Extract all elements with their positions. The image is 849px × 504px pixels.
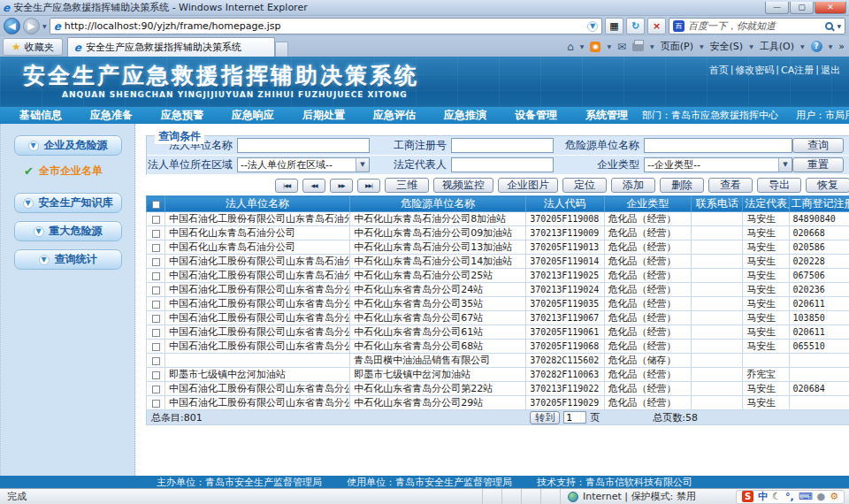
toolbar-button-7[interactable]: 导出: [757, 178, 801, 193]
menu-item-0[interactable]: 基础信息: [5, 108, 76, 123]
row-checkbox[interactable]: [152, 386, 160, 393]
page-number-input[interactable]: [563, 411, 586, 424]
url-dropdown-icon[interactable]: ▼: [587, 21, 598, 32]
top-link-0[interactable]: 首页: [709, 64, 729, 77]
row-checkbox[interactable]: [152, 272, 160, 280]
row-checkbox[interactable]: [152, 357, 160, 365]
reset-button[interactable]: 重置: [792, 157, 844, 172]
corp-type-select[interactable]: --企业类型-- ▼: [644, 157, 792, 172]
forward-button[interactable]: ▶: [23, 18, 40, 34]
row-checkbox[interactable]: [152, 371, 160, 379]
column-header-0[interactable]: 法人单位名称: [165, 196, 350, 212]
minimize-button[interactable]: —: [765, 2, 789, 14]
back-button[interactable]: ◀: [4, 18, 20, 34]
column-header-3[interactable]: 企业类型: [604, 196, 691, 212]
toolbar-button-8[interactable]: 恢复: [806, 178, 849, 193]
help-icon[interactable]: ?: [811, 41, 822, 52]
chinese-mode-icon[interactable]: 中: [758, 491, 768, 503]
column-header-6[interactable]: 工商登记注册号: [789, 196, 849, 212]
menu-item-2[interactable]: 应急预警: [147, 108, 218, 123]
column-header-4[interactable]: 联系电话: [692, 196, 743, 212]
stop-button[interactable]: ×: [647, 18, 666, 34]
row-checkbox[interactable]: [152, 258, 160, 266]
search-icon[interactable]: [825, 22, 833, 30]
toolbar-button-4[interactable]: 添加: [611, 178, 655, 193]
menu-item-1[interactable]: 应急准备: [76, 108, 147, 123]
column-header-5[interactable]: 法定代表人: [743, 196, 789, 212]
toolbar-button-3[interactable]: 定位: [562, 178, 607, 193]
pagination-button-1[interactable]: ◀◀: [302, 179, 325, 193]
toolbar-button-0[interactable]: 三维: [385, 178, 429, 193]
menu-item-5[interactable]: 应急评估: [359, 108, 430, 123]
toolbox-icon[interactable]: ⚙: [830, 491, 838, 503]
toolbar-button-1[interactable]: 视频监控: [433, 178, 493, 193]
pagination-button-3[interactable]: ▶▶|: [357, 179, 380, 193]
menu-item-8[interactable]: 系统管理: [571, 108, 642, 123]
reg-no-input[interactable]: [451, 138, 554, 153]
column-header-2[interactable]: 法人代码: [526, 196, 604, 212]
print-icon[interactable]: [632, 42, 644, 51]
row-checkbox[interactable]: [152, 343, 160, 351]
sidebar-item-enterprise-hazard[interactable]: ▼ 企业及危险源: [14, 135, 122, 156]
command-bar-item-1[interactable]: 安全(S): [710, 40, 744, 53]
sidebar-item-city-enterprise-list[interactable]: ✔ 全市企业名单: [24, 164, 134, 179]
command-bar-item-2[interactable]: 工具(O): [760, 40, 794, 53]
pagination-button-2[interactable]: ▶▶: [330, 179, 353, 193]
search-box[interactable]: 百 百度一下，你就知道 ▼: [669, 18, 845, 34]
command-dropdown-icon[interactable]: ▼: [800, 43, 805, 50]
column-header-1[interactable]: 危险源单位名称: [350, 196, 526, 212]
row-checkbox[interactable]: [152, 244, 160, 252]
softkeyboard-icon[interactable]: ⌨: [799, 491, 813, 503]
sidebar-item-major-hazard[interactable]: ▼ 重大危险源: [14, 221, 122, 241]
goto-page-button[interactable]: 转到: [530, 411, 560, 424]
corp-name-input[interactable]: [237, 138, 370, 153]
fullwidth-icon[interactable]: ☾: [772, 491, 781, 503]
sogou-icon[interactable]: S: [742, 491, 753, 502]
refresh-button[interactable]: ↻: [626, 18, 645, 34]
recent-pages-icon[interactable]: ▼: [42, 23, 47, 29]
toolbar-button-6[interactable]: 查看: [708, 178, 753, 193]
toolbar-button-2[interactable]: 企业图片: [498, 178, 558, 193]
toolbar-button-5[interactable]: 删除: [660, 178, 704, 193]
home-dropdown-icon[interactable]: ▼: [580, 43, 585, 50]
row-checkbox[interactable]: [152, 315, 160, 323]
hazard-name-input[interactable]: [644, 138, 792, 153]
command-bar-item-0[interactable]: 页面(P): [661, 40, 693, 53]
url-text[interactable]: http://localhost:90/yjzh/frame/homepage.…: [65, 20, 281, 32]
feeds-icon[interactable]: ◉: [590, 42, 600, 52]
feeds-dropdown-icon[interactable]: ▼: [607, 43, 611, 50]
menu-item-7[interactable]: 设备管理: [501, 108, 571, 123]
sidebar-item-knowledge-base[interactable]: ▼ 安全生产知识库: [14, 193, 122, 213]
search-options-icon[interactable]: ▼: [837, 23, 841, 29]
print-dropdown-icon[interactable]: ▼: [650, 43, 654, 50]
maximize-button[interactable]: ▢: [790, 2, 814, 14]
row-checkbox[interactable]: [152, 329, 160, 337]
select-all-checkbox[interactable]: [152, 201, 160, 209]
search-button[interactable]: 查询: [792, 138, 844, 153]
command-dropdown-icon[interactable]: ▼: [749, 43, 753, 50]
row-checkbox[interactable]: [152, 216, 160, 224]
pagination-button-0[interactable]: |◀◀: [275, 179, 298, 193]
row-checkbox[interactable]: [152, 286, 160, 294]
compatibility-view-button[interactable]: ▦: [605, 18, 623, 34]
menu-item-3[interactable]: 应急响应: [218, 108, 288, 123]
legal-rep-input[interactable]: [451, 157, 554, 172]
select-arrow-icon[interactable]: ▼: [778, 158, 792, 172]
url-field[interactable]: e http://localhost:90/yjzh/frame/homepag…: [50, 18, 602, 34]
account-icon[interactable]: ●: [817, 491, 826, 503]
sidebar-item-query-stats[interactable]: ▼ 查询统计: [14, 249, 122, 270]
row-checkbox[interactable]: [152, 400, 160, 408]
top-link-2[interactable]: CA注册: [781, 64, 814, 77]
mail-icon[interactable]: ✉: [617, 41, 626, 53]
new-tab-button[interactable]: [275, 42, 288, 57]
select-arrow-icon[interactable]: ▼: [356, 158, 369, 172]
search-placeholder[interactable]: 百度一下，你就知道: [688, 19, 822, 33]
help-dropdown-icon[interactable]: ▼: [829, 43, 833, 50]
top-link-1[interactable]: 修改密码: [735, 64, 774, 77]
active-tab[interactable]: e 安全生产应急救援指挥辅助决策系统: [67, 37, 275, 57]
menu-item-4[interactable]: 后期处置: [288, 108, 359, 123]
row-checkbox[interactable]: [152, 301, 160, 309]
menu-item-6[interactable]: 应急推演: [430, 108, 501, 123]
overflow-chevron-icon[interactable]: »: [838, 41, 845, 52]
region-select[interactable]: --法人单位所在区域-- ▼: [237, 157, 370, 172]
